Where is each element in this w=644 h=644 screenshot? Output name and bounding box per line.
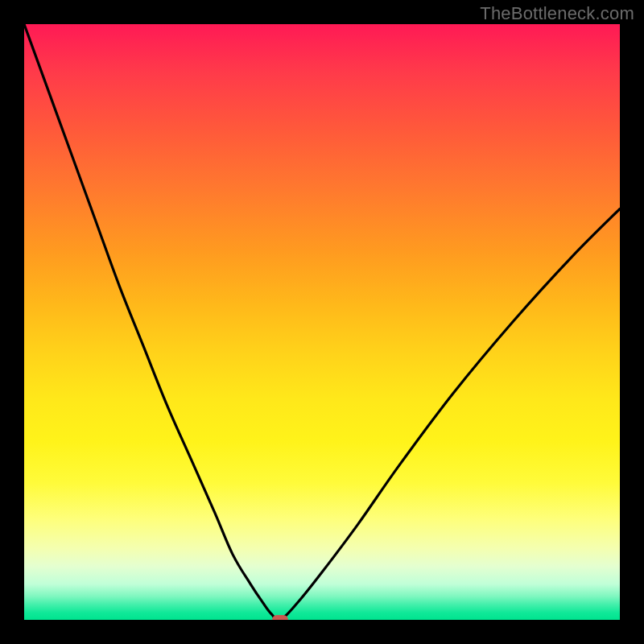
plot-area [24, 24, 620, 620]
bottleneck-curve [24, 24, 620, 620]
optimal-point-marker [272, 615, 288, 620]
watermark-text: TheBottleneck.com [480, 3, 634, 24]
chart-frame: TheBottleneck.com [0, 0, 644, 644]
